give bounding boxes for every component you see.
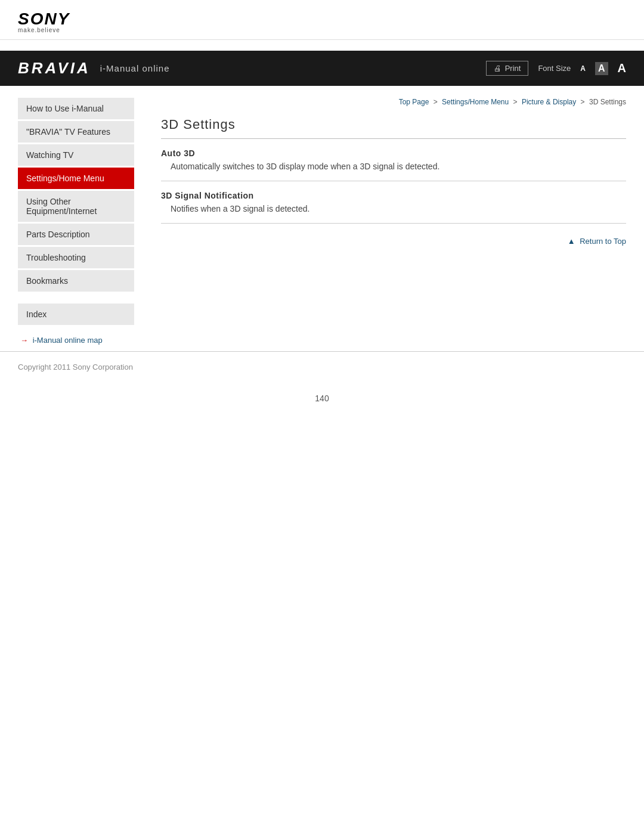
bravia-subtitle: i-Manual online: [100, 63, 170, 73]
sidebar-item-settings-home[interactable]: Settings/Home Menu: [18, 168, 134, 189]
font-medium-button[interactable]: A: [595, 62, 608, 75]
sidebar-item-bookmarks[interactable]: Bookmarks: [18, 270, 134, 292]
return-to-top-link[interactable]: ▲ Return to Top: [568, 237, 626, 246]
sony-tagline: make.believe: [18, 27, 626, 33]
breadcrumb-sep-2: >: [513, 98, 518, 106]
section-auto-3d: Auto 3D Automatically switches to 3D dis…: [161, 139, 626, 181]
breadcrumb: Top Page > Settings/Home Menu > Picture …: [161, 98, 626, 106]
print-icon: 🖨: [494, 64, 501, 73]
sony-brand: SONY: [18, 11, 626, 27]
sidebar-item-troubleshooting[interactable]: Troubleshooting: [18, 247, 134, 268]
font-small-button[interactable]: A: [580, 64, 586, 73]
sidebar-map-link: → i-Manual online map: [18, 335, 134, 345]
sidebar-index[interactable]: Index: [18, 304, 134, 325]
section-signal-desc: Notifies when a 3D signal is detected.: [161, 204, 626, 213]
sony-logo: SONY make.believe: [18, 11, 626, 33]
section-auto-3d-desc: Automatically switches to 3D display mod…: [161, 162, 626, 171]
page-number: 140: [0, 382, 644, 409]
breadcrumb-picture-display[interactable]: Picture & Display: [522, 98, 576, 106]
main-layout: How to Use i-Manual "BRAVIA" TV Features…: [0, 86, 644, 345]
return-to-top: ▲ Return to Top: [161, 236, 626, 246]
sidebar-item-bravia-features[interactable]: "BRAVIA" TV Features: [18, 121, 134, 143]
breadcrumb-sep-1: >: [434, 98, 438, 106]
triangle-up-icon: ▲: [568, 237, 575, 246]
font-size-label: Font Size: [538, 64, 571, 73]
print-label: Print: [505, 64, 521, 73]
bravia-logo: BRAVIA: [18, 59, 91, 78]
imanual-map-link[interactable]: → i-Manual online map: [20, 336, 103, 345]
breadcrumb-sep-3: >: [581, 98, 585, 106]
logo-bar: SONY make.believe: [0, 0, 644, 40]
breadcrumb-current: 3D Settings: [589, 98, 626, 106]
breadcrumb-settings[interactable]: Settings/Home Menu: [442, 98, 509, 106]
section-signal-notification: 3D Signal Notification Notifies when a 3…: [161, 181, 626, 224]
content-area: Top Page > Settings/Home Menu > Picture …: [143, 86, 626, 345]
sidebar-item-parts-desc[interactable]: Parts Description: [18, 224, 134, 245]
section-signal-title: 3D Signal Notification: [161, 191, 626, 200]
footer: Copyright 2011 Sony Corporation: [0, 351, 644, 382]
sidebar: How to Use i-Manual "BRAVIA" TV Features…: [18, 86, 143, 345]
bravia-banner: BRAVIA i-Manual online 🖨 Print Font Size…: [0, 51, 644, 86]
bravia-right: 🖨 Print Font Size A A A: [486, 61, 626, 76]
page-title: 3D Settings: [161, 117, 626, 139]
arrow-right-icon: →: [20, 336, 28, 345]
sidebar-item-using-other[interactable]: Using Other Equipment/Internet: [18, 191, 134, 222]
font-large-button[interactable]: A: [618, 61, 626, 75]
sidebar-item-how-to-use[interactable]: How to Use i-Manual: [18, 98, 134, 119]
copyright-text: Copyright 2011 Sony Corporation: [18, 363, 133, 371]
sidebar-item-watching-tv[interactable]: Watching TV: [18, 144, 134, 166]
breadcrumb-top-page[interactable]: Top Page: [399, 98, 429, 106]
bravia-left: BRAVIA i-Manual online: [18, 59, 169, 78]
print-button[interactable]: 🖨 Print: [486, 61, 529, 76]
section-auto-3d-title: Auto 3D: [161, 148, 626, 158]
